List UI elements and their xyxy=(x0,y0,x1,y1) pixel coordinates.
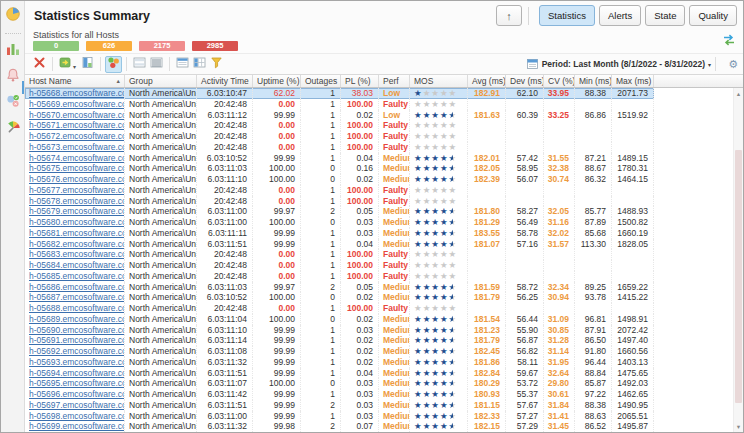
host-link[interactable]: h-05694.emcosoftware.com xyxy=(25,368,125,378)
list-view-button[interactable] xyxy=(148,56,165,73)
host-link[interactable]: h-05685.emcosoftware.com xyxy=(25,271,125,281)
host-link[interactable]: h-05682.emcosoftware.com xyxy=(25,239,125,249)
host-link[interactable]: h-05676.emcosoftware.com xyxy=(25,174,125,184)
table-row[interactable]: h-05691.emcosoftware.comNorth America\Un… xyxy=(25,335,654,346)
host-link[interactable]: h-05675.emcosoftware.com xyxy=(25,163,125,173)
host-link[interactable]: h-05683.emcosoftware.com xyxy=(25,249,125,259)
table-row[interactable]: h-05673.emcosoftware.comNorth America\Un… xyxy=(25,142,654,153)
column-header-pl[interactable]: PL (%) xyxy=(341,75,379,87)
table-row[interactable]: h-05674.emcosoftware.comNorth America\Un… xyxy=(25,153,654,164)
table-row[interactable]: h-05679.emcosoftware.comNorth America\Un… xyxy=(25,206,654,217)
host-link[interactable]: h-05689.emcosoftware.com xyxy=(25,314,125,324)
column-chooser-button[interactable] xyxy=(191,56,208,73)
host-link[interactable]: h-05670.emcosoftware.com xyxy=(25,110,125,120)
table-row[interactable]: h-05672.emcosoftware.comNorth America\Un… xyxy=(25,131,654,142)
table-row[interactable]: h-05683.emcosoftware.comNorth America\Un… xyxy=(25,249,654,260)
period-selector[interactable]: Period: Last Month (8/1/2022 - 8/31/2022… xyxy=(527,58,711,71)
host-link[interactable]: h-05693.emcosoftware.com xyxy=(25,357,125,367)
table-row[interactable]: h-05678.emcosoftware.comNorth America\Un… xyxy=(25,196,654,207)
view-button-alerts[interactable]: Alerts xyxy=(599,5,641,26)
column-header-out[interactable]: Outages xyxy=(301,75,341,87)
table-row[interactable]: h-05692.emcosoftware.comNorth America\Un… xyxy=(25,346,654,357)
band-view-button[interactable] xyxy=(131,56,148,73)
host-link[interactable]: h-05687.emcosoftware.com xyxy=(25,292,125,302)
host-link[interactable]: h-05690.emcosoftware.com xyxy=(25,325,125,335)
column-header-cv[interactable]: CV (%) xyxy=(544,75,575,87)
host-link[interactable]: h-05678.emcosoftware.com xyxy=(25,196,125,206)
host-link[interactable]: h-05696.emcosoftware.com xyxy=(25,389,125,399)
host-link[interactable]: h-05671.emcosoftware.com xyxy=(25,120,125,130)
table-row[interactable]: h-05699.emcosoftware.comNorth America\Un… xyxy=(25,421,654,432)
host-link[interactable]: h-05679.emcosoftware.com xyxy=(25,206,125,216)
vertical-scrollbar[interactable]: ▲ ▼ xyxy=(733,88,743,432)
host-link[interactable]: h-05684.emcosoftware.com xyxy=(25,260,125,270)
host-link[interactable]: h-05691.emcosoftware.com xyxy=(25,335,125,345)
view-button-state[interactable]: State xyxy=(645,5,685,26)
host-link[interactable]: h-05669.emcosoftware.com xyxy=(25,99,125,109)
host-link[interactable]: h-05686.emcosoftware.com xyxy=(25,282,125,292)
sidebar-item-quality[interactable] xyxy=(3,119,23,139)
column-header-max[interactable]: Max (ms) xyxy=(612,75,654,87)
column-header-dev[interactable]: Dev (ms) xyxy=(506,75,544,87)
table-row[interactable]: h-05670.emcosoftware.comNorth America\Un… xyxy=(25,110,654,121)
sync-button[interactable] xyxy=(722,33,736,47)
status-colors-button[interactable] xyxy=(105,56,122,73)
settings-gear-icon[interactable]: ⚙ xyxy=(728,58,738,71)
table-row[interactable]: h-05676.emcosoftware.comNorth America\Un… xyxy=(25,174,654,185)
card-view-button[interactable] xyxy=(174,56,191,73)
table-row[interactable]: h-05689.emcosoftware.comNorth America\Un… xyxy=(25,314,654,325)
sidebar-item-bar-chart[interactable] xyxy=(3,41,23,61)
export-button[interactable] xyxy=(57,56,74,73)
host-link[interactable]: h-05688.emcosoftware.com xyxy=(25,303,125,313)
table-row[interactable]: h-05681.emcosoftware.comNorth America\Un… xyxy=(25,228,654,239)
host-link[interactable]: h-05668.emcosoftware.com xyxy=(25,88,125,98)
sidebar-item-alerts[interactable] xyxy=(3,67,23,87)
column-header-stars[interactable]: MOS xyxy=(410,75,468,87)
report-button[interactable] xyxy=(79,56,96,73)
table-row[interactable]: h-05696.emcosoftware.comNorth America\Un… xyxy=(25,389,654,400)
host-link[interactable]: h-05695.emcosoftware.com xyxy=(25,378,125,388)
column-header-perf[interactable]: Perf xyxy=(379,75,410,87)
table-row[interactable]: h-05682.emcosoftware.comNorth America\Un… xyxy=(25,239,654,250)
sidebar-item-state[interactable] xyxy=(3,93,23,113)
table-row[interactable]: h-05685.emcosoftware.comNorth America\Un… xyxy=(25,271,654,282)
table-row[interactable]: h-05693.emcosoftware.comNorth America\Un… xyxy=(25,357,654,368)
sidebar-item-pie-chart[interactable] xyxy=(3,6,23,26)
host-link[interactable]: h-05698.emcosoftware.com xyxy=(25,411,125,421)
column-header-host[interactable]: Host Name▲ xyxy=(25,75,125,87)
host-link[interactable]: h-05674.emcosoftware.com xyxy=(25,153,125,163)
host-link[interactable]: h-05680.emcosoftware.com xyxy=(25,217,125,227)
table-row[interactable]: h-05687.emcosoftware.comNorth America\Un… xyxy=(25,292,654,303)
table-row[interactable]: h-05684.emcosoftware.comNorth America\Un… xyxy=(25,260,654,271)
view-button-statistics[interactable]: Statistics xyxy=(539,5,595,26)
table-row[interactable]: h-05694.emcosoftware.comNorth America\Un… xyxy=(25,368,654,379)
host-link[interactable]: h-05697.emcosoftware.com xyxy=(25,400,125,410)
table-row[interactable]: h-05690.emcosoftware.comNorth America\Un… xyxy=(25,325,654,336)
scrollbar-thumb[interactable] xyxy=(735,150,742,403)
collapse-up-button[interactable]: ↑ xyxy=(496,5,522,26)
table-row[interactable]: h-05680.emcosoftware.comNorth America\Un… xyxy=(25,217,654,228)
host-link[interactable]: h-05699.emcosoftware.com xyxy=(25,421,125,431)
table-row[interactable]: h-05671.emcosoftware.comNorth America\Un… xyxy=(25,120,654,131)
table-row[interactable]: h-05688.emcosoftware.comNorth America\Un… xyxy=(25,303,654,314)
table-row[interactable]: h-05698.emcosoftware.comNorth America\Un… xyxy=(25,411,654,422)
filter-button[interactable] xyxy=(208,56,225,73)
table-row[interactable]: h-05697.emcosoftware.comNorth America\Un… xyxy=(25,400,654,411)
column-header-activity[interactable]: Activity Time xyxy=(197,75,253,87)
table-row[interactable]: h-05675.emcosoftware.comNorth America\Un… xyxy=(25,163,654,174)
column-header-avg[interactable]: Avg (ms) xyxy=(468,75,506,87)
column-header-min[interactable]: Min (ms) xyxy=(575,75,612,87)
table-row[interactable]: h-05668.emcosoftware.comNorth America\Un… xyxy=(25,88,654,99)
view-button-quality[interactable]: Quality xyxy=(689,5,737,26)
scroll-up-icon[interactable]: ▲ xyxy=(734,88,743,99)
table-row[interactable]: h-05677.emcosoftware.comNorth America\Un… xyxy=(25,185,654,196)
export-dropdown-caret-icon[interactable]: ▾ xyxy=(73,63,76,70)
table-row[interactable]: h-05669.emcosoftware.comNorth America\Un… xyxy=(25,99,654,110)
host-link[interactable]: h-05692.emcosoftware.com xyxy=(25,346,125,356)
host-link[interactable]: h-05677.emcosoftware.com xyxy=(25,185,125,195)
host-link[interactable]: h-05681.emcosoftware.com xyxy=(25,228,125,238)
delete-button[interactable] xyxy=(31,56,48,73)
scroll-down-icon[interactable]: ▼ xyxy=(734,421,743,432)
host-link[interactable]: h-05672.emcosoftware.com xyxy=(25,131,125,141)
table-row[interactable]: h-05695.emcosoftware.comNorth America\Un… xyxy=(25,378,654,389)
